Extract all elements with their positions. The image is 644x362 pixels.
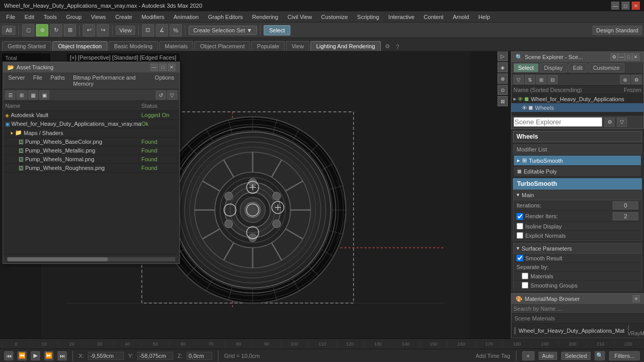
at-menu-options[interactable]: Options <box>152 73 177 88</box>
at-row-basecolor[interactable]: 🖼 Pump_Wheels_BaseColor.png Found <box>3 138 179 146</box>
tab-materials[interactable]: Materials <box>159 41 194 51</box>
tab-populate[interactable]: Populate <box>251 41 285 51</box>
tb-undo-btn[interactable]: ↩ <box>83 24 95 36</box>
vp-gizmo-8[interactable]: ⊠ <box>498 96 508 106</box>
se-content[interactable]: ▸ 👁 ◼ Wheel_for_Heavy_Duty_Applications … <box>511 94 643 115</box>
tb-redo-btn[interactable]: ↪ <box>97 24 109 36</box>
se-filter2-btn[interactable]: ▽ <box>617 118 627 127</box>
se-sort-btn[interactable]: ⇅ <box>525 75 535 84</box>
prop-smooth-checkbox[interactable] <box>517 255 523 261</box>
tb-rotate-btn[interactable]: ↻ <box>50 24 62 36</box>
select-button[interactable]: Select <box>264 25 291 35</box>
playback-prev-btn[interactable]: ⏪ <box>17 351 27 360</box>
menu-scripting[interactable]: Scripting <box>353 13 383 21</box>
tb-select-btn[interactable]: ◻ <box>22 24 34 36</box>
se-tab-customize[interactable]: Customize <box>588 63 624 72</box>
se-sync-btn[interactable]: ⊛ <box>620 75 630 84</box>
close-button[interactable]: ✕ <box>632 2 640 10</box>
tab-object-placement[interactable]: Object Placement <box>194 41 250 51</box>
prop-sep-materials-checkbox[interactable] <box>522 273 528 279</box>
menu-civil-view[interactable]: Civil View <box>283 13 316 21</box>
prop-render-checkbox[interactable] <box>517 213 523 220</box>
mat-row-wheel[interactable]: Wheel_for_Heavy_Duty_Applications_Mat ( … <box>511 323 644 338</box>
se-expand-btn[interactable]: ⊞ <box>536 75 546 84</box>
selected-label[interactable]: Selected <box>561 352 591 360</box>
coord-x-input[interactable] <box>88 352 124 360</box>
at-tb-list-btn[interactable]: ☰ <box>5 90 15 100</box>
menu-file[interactable]: File <box>2 13 20 21</box>
tb-scale-btn[interactable]: ⊞ <box>64 24 76 36</box>
menu-arnold[interactable]: Arnold <box>449 13 473 21</box>
playback-start-btn[interactable]: ⏮ <box>4 351 13 360</box>
tab-settings-icon[interactable]: ⚙ <box>382 42 393 51</box>
vp-gizmo-4[interactable]: ▷ <box>498 51 508 61</box>
at-row-vault[interactable]: ◈ Autodesk Vault Logged On <box>3 111 179 120</box>
tb-move-btn[interactable]: ⊕ <box>36 24 48 36</box>
se-row-wheels[interactable]: 👁 ◼ Wheels <box>511 103 643 112</box>
menu-group[interactable]: Group <box>62 13 86 21</box>
se-row-wheel[interactable]: ▸ 👁 ◼ Wheel_for_Heavy_Duty_Applications <box>511 94 643 103</box>
vp-gizmo-7[interactable]: ⊙ <box>498 85 508 95</box>
at-tb-refresh-btn[interactable]: ↺ <box>156 90 166 100</box>
se-collapse-btn[interactable]: ⊟ <box>547 75 558 84</box>
menu-create[interactable]: Create <box>111 13 136 21</box>
at-row-maxfile[interactable]: ▣ Wheel_for_Heavy_Duty_Applications_max_… <box>3 120 179 128</box>
at-tb-filter-btn[interactable]: ▽ <box>167 90 177 100</box>
filters-btn[interactable]: Filters... <box>609 351 640 360</box>
timeline[interactable]: 0 10 20 30 40 50 60 70 80 90 100 110 120… <box>0 338 644 349</box>
at-hscroll[interactable] <box>7 257 175 261</box>
at-row-maps[interactable]: ▸ 📁 Maps / Shaders <box>3 128 179 138</box>
modifier-turbosmooth[interactable]: ▸ ⊞ TurboSmooth <box>514 156 641 165</box>
menu-interactive[interactable]: Interactive <box>384 13 419 21</box>
prop-iterations-value[interactable]: 0 <box>613 201 638 209</box>
tab-help-icon[interactable]: ? <box>393 43 402 51</box>
se-minimize-btn[interactable]: — <box>618 53 625 61</box>
minimize-button[interactable]: — <box>611 2 619 10</box>
playback-next-btn[interactable]: ⏩ <box>44 351 53 360</box>
tab-view[interactable]: View <box>286 41 309 51</box>
at-tb-grid-btn[interactable]: ⊞ <box>16 90 27 100</box>
menu-animation[interactable]: Animation <box>170 13 203 21</box>
se-tab-edit[interactable]: Edit <box>568 63 587 72</box>
at-minimize-btn[interactable]: — <box>151 64 158 71</box>
se-close-btn[interactable]: ✕ <box>632 53 639 61</box>
maximize-button[interactable]: □ <box>621 2 630 10</box>
at-tb-large-btn[interactable]: ▦ <box>28 90 38 100</box>
tab-basic-modeling[interactable]: Basic Modeling <box>108 41 158 51</box>
menu-tools[interactable]: Tools <box>40 13 61 21</box>
vp-gizmo-5[interactable]: ◈ <box>498 62 508 72</box>
prop-render-value[interactable]: 2 <box>613 212 638 220</box>
at-row-normal[interactable]: 🖼 Pump_Wheels_Normal.png Found <box>3 155 179 164</box>
coord-y-input[interactable] <box>137 352 173 360</box>
se-tab-select[interactable]: Select <box>513 63 539 72</box>
at-row-roughness[interactable]: 🖼 Pump_Wheels_Roughness.png Found <box>3 164 179 173</box>
at-tb-thumb-btn[interactable]: ▣ <box>39 90 49 100</box>
menu-help[interactable]: Help <box>474 13 494 21</box>
se-maximize-btn[interactable]: □ <box>625 53 632 61</box>
modifier-editable-poly[interactable]: ◼ Editable Poly <box>514 166 641 176</box>
tab-object-inspection[interactable]: Object Inspection <box>52 41 107 51</box>
menu-graph-editors[interactable]: Graph Editors <box>204 13 247 21</box>
se-tab-display[interactable]: Display <box>540 63 567 72</box>
menu-rendering[interactable]: Rendering <box>248 13 283 21</box>
tb-percent-btn[interactable]: % <box>170 24 182 36</box>
menu-content[interactable]: Content <box>419 13 448 21</box>
playback-play-btn[interactable]: ▶ <box>31 351 40 360</box>
vp-gizmo-6[interactable]: ⊕ <box>498 73 508 84</box>
at-menu-file[interactable]: File <box>30 73 45 88</box>
auto-label[interactable]: Auto <box>539 352 558 360</box>
add-time-tag-label[interactable]: Add Time Tag <box>475 353 510 359</box>
create-selection-button[interactable]: Create Selection Set ▼ <box>189 26 257 35</box>
at-menu-server[interactable]: Server <box>5 73 28 88</box>
prop-isoline-checkbox[interactable] <box>517 223 523 230</box>
add-key-btn[interactable]: + <box>522 351 535 360</box>
at-maximize-btn[interactable]: □ <box>159 64 167 71</box>
tb-snap-btn[interactable]: ⊡ <box>142 24 154 36</box>
prop-sep-smooth-checkbox[interactable] <box>522 282 528 289</box>
tab-getting-started[interactable]: Getting Started <box>2 41 51 51</box>
se-filter-btn[interactable]: ▽ <box>513 75 524 84</box>
menu-modifiers[interactable]: Modifiers <box>137 13 169 21</box>
mat-close-btn[interactable]: ✕ <box>633 295 640 302</box>
menu-views[interactable]: Views <box>87 13 110 21</box>
menu-edit[interactable]: Edit <box>21 13 39 21</box>
